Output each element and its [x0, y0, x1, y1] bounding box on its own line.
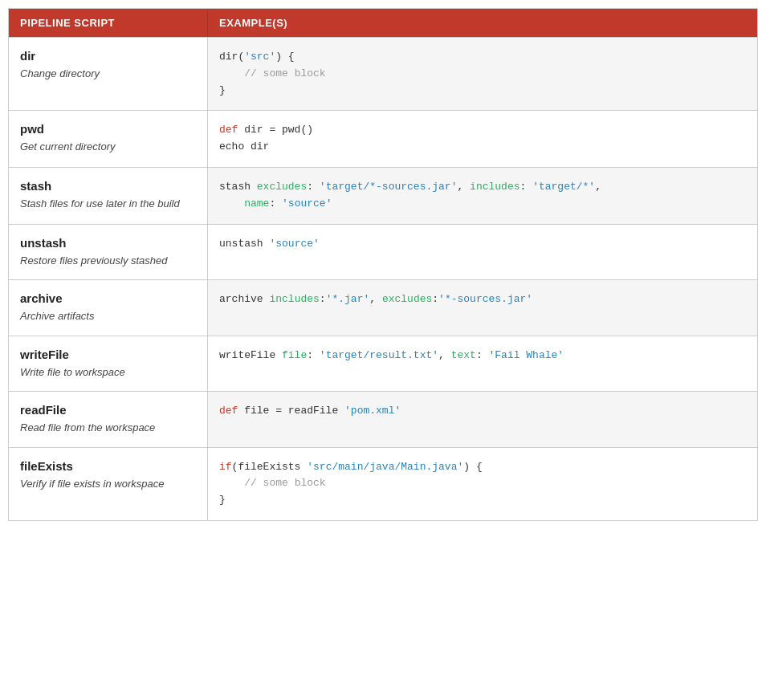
table-row: unstash Restore files previously stashed…	[9, 224, 757, 280]
cmd-name-unstash: unstash	[20, 236, 196, 250]
cmd-desc-writefile: Write file to workspace	[20, 366, 125, 378]
name-cell-pwd: pwd Get current directory	[9, 111, 208, 167]
example-cell-archive: archive includes:'*.jar', excludes:'*-so…	[208, 280, 757, 336]
name-cell-dir: dir Change directory	[9, 38, 208, 110]
cmd-name-readfile: readFile	[20, 403, 196, 417]
example-cell-writefile: writeFile file: 'target/result.txt', tex…	[208, 336, 757, 392]
example-cell-dir: dir('src') { // some block }	[208, 38, 757, 110]
header-col2: EXAMPLE(S)	[208, 9, 757, 37]
pipeline-table: PIPELINE SCRIPT EXAMPLE(S) dir Change di…	[8, 8, 758, 521]
cmd-name-stash: stash	[20, 179, 196, 193]
example-cell-fileexists: if(fileExists 'src/main/java/Main.java')…	[208, 448, 757, 520]
example-cell-unstash: unstash 'source'	[208, 225, 757, 280]
cmd-desc-stash: Stash files for use later in the build	[20, 197, 180, 210]
cmd-desc-dir: Change directory	[20, 67, 100, 79]
cmd-name-archive: archive	[20, 291, 196, 305]
cmd-name-pwd: pwd	[20, 122, 196, 136]
name-cell-stash: stash Stash files for use later in the b…	[9, 168, 208, 224]
table-row: pwd Get current directory def dir = pwd(…	[9, 110, 757, 167]
cmd-name-writefile: writeFile	[20, 348, 196, 361]
cmd-desc-fileexists: Verify if file exists in workspace	[20, 478, 164, 490]
table-header: PIPELINE SCRIPT EXAMPLE(S)	[9, 9, 757, 37]
cmd-name-fileexists: fileExists	[20, 459, 196, 473]
cmd-name-dir: dir	[20, 49, 196, 63]
table-row: stash Stash files for use later in the b…	[9, 167, 757, 224]
name-cell-archive: archive Archive artifacts	[9, 280, 208, 336]
table-row: writeFile Write file to workspace writeF…	[9, 336, 757, 392]
example-cell-stash: stash excludes: 'target/*-sources.jar', …	[208, 168, 757, 224]
cmd-desc-unstash: Restore files previously stashed	[20, 254, 168, 267]
name-cell-fileexists: fileExists Verify if file exists in work…	[9, 448, 208, 520]
cmd-desc-readfile: Read file from the workspace	[20, 421, 155, 433]
name-cell-unstash: unstash Restore files previously stashed	[9, 225, 208, 280]
name-cell-readfile: readFile Read file from the workspace	[9, 392, 208, 447]
cmd-desc-archive: Archive artifacts	[20, 310, 94, 322]
table-row: readFile Read file from the workspace de…	[9, 391, 757, 447]
table-row: fileExists Verify if file exists in work…	[9, 447, 757, 520]
header-col1: PIPELINE SCRIPT	[9, 9, 208, 37]
cmd-desc-pwd: Get current directory	[20, 140, 116, 153]
table-row: archive Archive artifacts archive includ…	[9, 279, 757, 336]
example-cell-pwd: def dir = pwd() echo dir	[208, 111, 757, 167]
table-row: dir Change directory dir('src') { // som…	[9, 37, 757, 110]
example-cell-readfile: def file = readFile 'pom.xml'	[208, 392, 757, 447]
name-cell-writefile: writeFile Write file to workspace	[9, 336, 208, 392]
